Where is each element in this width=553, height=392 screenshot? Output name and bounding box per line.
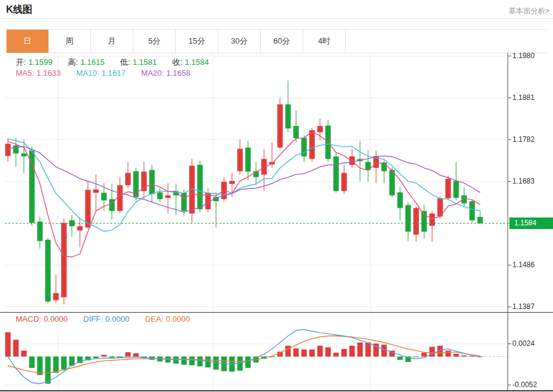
tab-5min[interactable]: 5分 — [133, 30, 176, 53]
close-label: 收: — [172, 58, 183, 67]
tab-60min[interactable]: 60分 — [261, 30, 303, 53]
page-title: K线图 — [6, 4, 33, 16]
header-divider — [0, 18, 553, 19]
ma20-value: 1.1658 — [166, 68, 190, 78]
axis-label: 1.1980 — [512, 51, 551, 61]
axis-label: 1.1387 — [512, 302, 551, 311]
low-label: 低: — [120, 58, 130, 67]
ma5-value: 1.1633 — [36, 68, 61, 78]
tab-30min[interactable]: 30分 — [218, 30, 261, 53]
tab-month[interactable]: 月 — [91, 30, 133, 53]
axis-label: 1.1881 — [512, 93, 551, 102]
open-value: 1.1599 — [28, 58, 53, 67]
macd-value: 0.0000 — [44, 314, 68, 324]
last-price-tag: 1.1584 — [509, 218, 553, 229]
interval-tabbar: 日 周 月 5分 15分 30分 60分 4时 — [6, 29, 547, 53]
fundamental-analysis-link[interactable]: 基本面分析> — [509, 6, 549, 16]
kline-app: K线图 基本面分析> 日 周 月 5分 15分 30分 60分 4时 开:1.1… — [0, 0, 553, 392]
ma-readout: MA5:1.1633 MA10:1.1617 MA20:1.1658 — [16, 68, 193, 78]
diff-value: 0.0000 — [106, 314, 130, 324]
ma5-label: MA5: — [16, 68, 34, 78]
macd-readout: MACD:0.0000 DIFF:0.0000 DEA:0.0000 — [16, 314, 192, 324]
tab-week[interactable]: 周 — [49, 30, 91, 53]
high-label: 高: — [68, 58, 78, 67]
axis-label: 1.1486 — [512, 260, 551, 270]
ohlc-readout: 开:1.1599 高:1.1615 低:1.1581 收:1.1584 — [16, 57, 211, 68]
axis-label: 1.1683 — [512, 176, 551, 186]
macd-label: MACD: — [16, 314, 41, 324]
close-value: 1.1584 — [185, 58, 209, 67]
ma10-label: MA10: — [76, 68, 99, 78]
diff-label: DIFF: — [83, 314, 103, 324]
tab-day[interactable]: 日 — [6, 30, 49, 53]
ma20-label: MA20: — [141, 68, 164, 78]
axis-label: 1.1782 — [512, 135, 551, 144]
tab-4hour[interactable]: 4时 — [303, 30, 346, 53]
high-value: 1.1615 — [81, 58, 105, 67]
low-value: 1.1581 — [133, 58, 157, 67]
open-label: 开: — [16, 58, 26, 67]
dea-label: DEA: — [145, 314, 163, 324]
tab-15min[interactable]: 15分 — [176, 30, 218, 53]
axis-label: 0.0024 — [512, 339, 551, 348]
dea-value: 0.0000 — [166, 314, 190, 324]
axis-label: -0.0052 — [512, 380, 551, 390]
ma10-value: 1.1617 — [101, 68, 126, 78]
